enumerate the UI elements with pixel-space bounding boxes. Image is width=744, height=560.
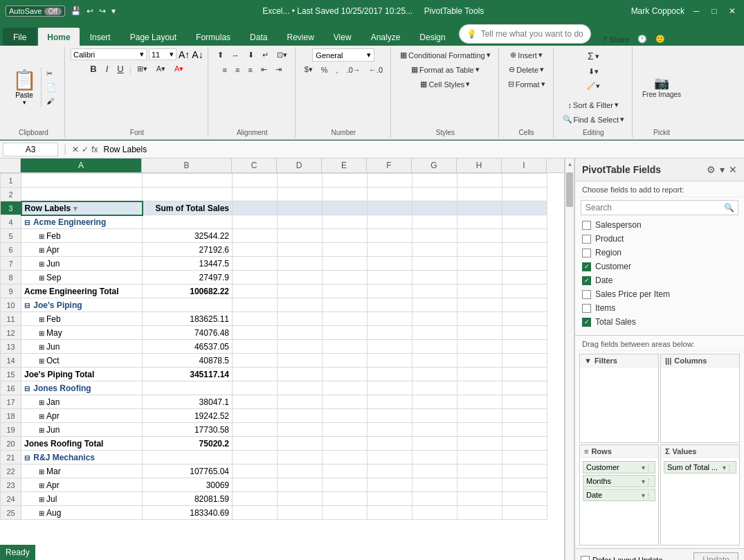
pivot-field-salesprice[interactable]: Sales Price per Item bbox=[575, 287, 744, 301]
maximize-button[interactable]: □ bbox=[708, 5, 720, 17]
format-cells-button[interactable]: ⊟ Format ▾ bbox=[505, 78, 549, 91]
col-header-e[interactable]: E bbox=[322, 159, 367, 172]
cell-h5[interactable] bbox=[457, 229, 502, 243]
cell-h9[interactable] bbox=[457, 284, 502, 298]
cell-h20[interactable] bbox=[457, 437, 502, 451]
cell-a6[interactable]: ⊞Apr bbox=[21, 243, 143, 257]
cell-b18[interactable]: 19242.52 bbox=[143, 409, 233, 423]
cell-e8[interactable] bbox=[323, 271, 368, 284]
cell-f21[interactable] bbox=[368, 451, 412, 464]
format-dropdown[interactable]: ▾ bbox=[541, 80, 545, 89]
font-increase-icon[interactable]: A↑ bbox=[179, 49, 190, 60]
cell-i17[interactable] bbox=[502, 395, 547, 409]
cell-f19[interactable] bbox=[368, 423, 412, 437]
cell-reference-box[interactable]: A3 bbox=[3, 143, 58, 156]
font-color-button[interactable]: A▾ bbox=[171, 62, 187, 75]
cell-c10[interactable] bbox=[233, 298, 278, 312]
pivot-field-totalsales[interactable]: ✓ Total Sales bbox=[575, 315, 744, 329]
cell-i2[interactable] bbox=[502, 188, 547, 201]
cell-c20[interactable] bbox=[233, 437, 278, 451]
cell-g1[interactable] bbox=[412, 174, 457, 188]
cell-i4[interactable] bbox=[502, 215, 547, 229]
cell-g22[interactable] bbox=[412, 464, 457, 478]
font-name-dropdown[interactable]: ▾ bbox=[140, 50, 144, 59]
paste-button[interactable]: 📋 Paste ▾ bbox=[8, 67, 42, 107]
cell-i3[interactable] bbox=[502, 201, 547, 215]
cell-e21[interactable] bbox=[323, 451, 368, 464]
undo-icon[interactable]: ↩ bbox=[87, 6, 93, 16]
cell-b24[interactable]: 82081.59 bbox=[143, 492, 233, 506]
cell-b12[interactable]: 74076.48 bbox=[143, 326, 233, 340]
cell-g7[interactable] bbox=[412, 257, 457, 271]
pivot-field-checkbox-salesperson[interactable] bbox=[582, 221, 591, 230]
tab-home[interactable]: Home bbox=[38, 28, 79, 46]
redo-icon[interactable]: ↪ bbox=[99, 6, 106, 16]
cell-e24[interactable] bbox=[323, 492, 368, 506]
cell-c9[interactable] bbox=[233, 284, 278, 298]
cell-f7[interactable] bbox=[368, 257, 412, 271]
save-icon[interactable]: 💾 bbox=[71, 6, 81, 16]
col-header-g[interactable]: G bbox=[412, 159, 457, 172]
align-center-button[interactable]: ≡ bbox=[232, 63, 243, 76]
cell-f22[interactable] bbox=[368, 464, 412, 478]
cell-b25[interactable]: 183340.69 bbox=[143, 506, 233, 520]
cell-d8[interactable] bbox=[278, 271, 323, 284]
share-button[interactable]: ↗ Share bbox=[598, 33, 633, 46]
sort-filter-button[interactable]: ↕ Sort & Filter ▾ bbox=[564, 98, 622, 111]
paste-dropdown-icon[interactable]: ▾ bbox=[23, 99, 26, 106]
cell-d24[interactable] bbox=[278, 492, 323, 506]
cell-a11[interactable]: ⊞Feb bbox=[21, 312, 143, 326]
cell-h3[interactable] bbox=[457, 201, 502, 215]
cell-h11[interactable] bbox=[457, 312, 502, 326]
cell-c1[interactable] bbox=[233, 174, 278, 188]
cell-e15[interactable] bbox=[323, 368, 368, 381]
font-decrease-icon[interactable]: A↓ bbox=[192, 49, 203, 60]
cell-f20[interactable] bbox=[368, 437, 412, 451]
sort-dropdown[interactable]: ▾ bbox=[615, 100, 619, 109]
cell-a4[interactable]: ⊟ Acme Engineering bbox=[21, 215, 143, 229]
cell-f18[interactable] bbox=[368, 409, 412, 423]
col-header-a[interactable]: A bbox=[21, 159, 142, 172]
cell-h14[interactable] bbox=[457, 354, 502, 368]
cell-i25[interactable] bbox=[502, 506, 547, 520]
cell-g8[interactable] bbox=[412, 271, 457, 284]
cell-e14[interactable] bbox=[323, 354, 368, 368]
cell-h22[interactable] bbox=[457, 464, 502, 478]
cell-b16[interactable] bbox=[143, 381, 233, 395]
cell-b5[interactable]: 32544.22 bbox=[143, 229, 233, 243]
pivot-rows-customer-reorder[interactable]: ⋮ bbox=[645, 464, 652, 471]
cell-d21[interactable] bbox=[278, 451, 323, 464]
cell-c25[interactable] bbox=[233, 506, 278, 520]
cell-e19[interactable] bbox=[323, 423, 368, 437]
cell-a20[interactable]: Jones Roofing Total bbox=[21, 437, 143, 451]
col-header-d[interactable]: D bbox=[277, 159, 322, 172]
cell-b7[interactable]: 13447.5 bbox=[143, 257, 233, 271]
cell-c6[interactable] bbox=[233, 243, 278, 257]
pivot-area-rows-body[interactable]: Customer ▾ ⋮ Months ▾ ⋮ Date ▾ ⋮ bbox=[580, 458, 658, 545]
cell-b1[interactable] bbox=[143, 174, 233, 188]
cell-c16[interactable] bbox=[233, 381, 278, 395]
cell-f23[interactable] bbox=[368, 478, 412, 492]
cell-h6[interactable] bbox=[457, 243, 502, 257]
increase-indent-button[interactable]: ⇥ bbox=[272, 63, 285, 76]
cell-g15[interactable] bbox=[412, 368, 457, 381]
cell-b6[interactable]: 27192.6 bbox=[143, 243, 233, 257]
find-select-button[interactable]: 🔍 Find & Select ▾ bbox=[559, 113, 628, 126]
cell-f14[interactable] bbox=[368, 354, 412, 368]
cell-g2[interactable] bbox=[412, 188, 457, 201]
cell-b3[interactable]: Sum of Total Sales bbox=[143, 201, 233, 215]
cell-f25[interactable] bbox=[368, 506, 412, 520]
currency-button[interactable]: $▾ bbox=[301, 63, 316, 76]
cell-f17[interactable] bbox=[368, 395, 412, 409]
cell-e5[interactable] bbox=[323, 229, 368, 243]
cell-i12[interactable] bbox=[502, 326, 547, 340]
cell-a12[interactable]: ⊞May bbox=[21, 326, 143, 340]
cell-c15[interactable] bbox=[233, 368, 278, 381]
col-header-f[interactable]: F bbox=[367, 159, 412, 172]
cell-f1[interactable] bbox=[368, 174, 412, 188]
cell-a19[interactable]: ⊞Jun bbox=[21, 423, 143, 437]
cell-e17[interactable] bbox=[323, 395, 368, 409]
pivot-field-checkbox-items[interactable] bbox=[582, 304, 591, 313]
cell-a7[interactable]: ⊞Jun bbox=[21, 257, 143, 271]
cell-c19[interactable] bbox=[233, 423, 278, 437]
